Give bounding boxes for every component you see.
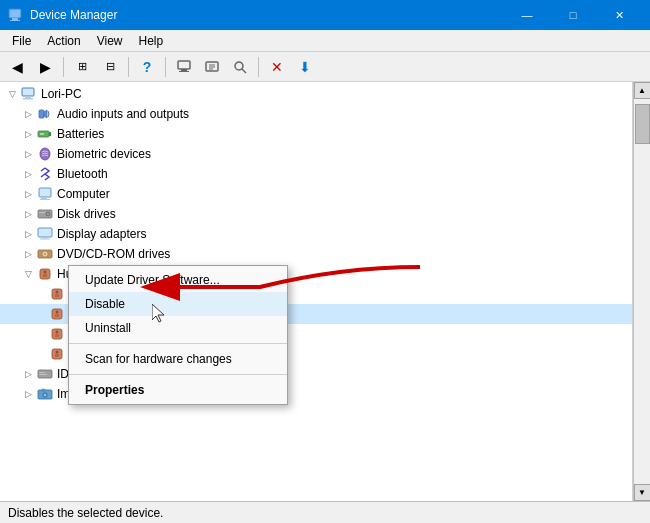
ctx-uninstall[interactable]: Uninstall (69, 316, 287, 340)
svg-point-26 (47, 213, 49, 215)
imaging-icon (36, 385, 54, 403)
batteries-label: Batteries (57, 127, 104, 141)
disk-icon (36, 205, 54, 223)
root-label: Lori-PC (41, 87, 82, 101)
root-expander: ▽ (4, 86, 20, 102)
svg-rect-18 (49, 132, 51, 136)
svg-rect-12 (22, 88, 34, 96)
svg-rect-50 (39, 372, 45, 373)
scroll-thumb[interactable] (635, 104, 650, 144)
toolbar-delete[interactable]: ✕ (264, 55, 290, 79)
disk-label: Disk drives (57, 207, 116, 221)
svg-rect-45 (55, 334, 59, 337)
menu-help[interactable]: Help (131, 30, 172, 52)
svg-point-44 (56, 331, 59, 334)
computer-expander: ▷ (20, 186, 36, 202)
svg-rect-5 (179, 71, 189, 72)
close-button[interactable]: ✕ (596, 0, 642, 30)
ctx-update[interactable]: Update Driver Software... (69, 268, 287, 292)
display-label: Display adapters (57, 227, 146, 241)
svg-rect-13 (25, 96, 31, 98)
tree-root[interactable]: ▽ Lori-PC (0, 84, 632, 104)
minimize-button[interactable]: — (504, 0, 550, 30)
svg-point-35 (44, 271, 47, 274)
batteries-expander: ▷ (20, 126, 36, 142)
svg-rect-3 (178, 61, 190, 69)
scroll-track[interactable] (634, 99, 651, 484)
title-bar: Device Manager — □ ✕ (0, 0, 650, 30)
dvd-expander: ▷ (20, 246, 36, 262)
toolbar-download[interactable]: ⬇ (292, 55, 318, 79)
tree-item-biometric[interactable]: ▷ Biometric devices (0, 144, 632, 164)
tree-item-dvd[interactable]: ▷ DVD/CD-ROM drives (0, 244, 632, 264)
window-title: Device Manager (30, 8, 504, 22)
tree-item-computer[interactable]: ▷ Computer (0, 184, 632, 204)
svg-line-11 (242, 69, 246, 73)
tree-item-display[interactable]: ▷ Display adapters (0, 224, 632, 244)
svg-rect-30 (40, 239, 50, 240)
menu-bar: File Action View Help (0, 30, 650, 52)
toolbar: ◀ ▶ ⊞ ⊟ ? ✕ ⬇ (0, 52, 650, 82)
biometric-icon (36, 145, 54, 163)
scroll-up[interactable]: ▲ (634, 82, 651, 99)
display-icon (36, 225, 54, 243)
audio-expander: ▷ (20, 106, 36, 122)
ctx-properties[interactable]: Properties (69, 378, 287, 402)
toolbar-btn1[interactable]: ⊞ (69, 55, 95, 79)
disk-expander: ▷ (20, 206, 36, 222)
scroll-down[interactable]: ▼ (634, 484, 651, 501)
svg-rect-27 (39, 212, 45, 213)
imaging-expander: ▷ (20, 386, 36, 402)
tree-item-bluetooth[interactable]: ▷ Bluetooth (0, 164, 632, 184)
audio-label: Audio inputs and outputs (57, 107, 189, 121)
computer-label: Computer (57, 187, 110, 201)
toolbar-back[interactable]: ◀ (4, 55, 30, 79)
svg-rect-55 (42, 389, 45, 391)
svg-point-10 (235, 62, 243, 70)
svg-rect-4 (181, 69, 187, 71)
ctx-sep2 (69, 374, 287, 375)
toolbar-help[interactable]: ? (134, 55, 160, 79)
svg-rect-36 (43, 274, 47, 277)
svg-rect-39 (55, 294, 59, 297)
usb2-icon (48, 345, 66, 363)
biometric-label: Biometric devices (57, 147, 151, 161)
toolbar-forward[interactable]: ▶ (32, 55, 58, 79)
tree-item-disk[interactable]: ▷ Disk drives (0, 204, 632, 224)
toolbar-sep1 (63, 57, 64, 77)
menu-view[interactable]: View (89, 30, 131, 52)
status-text: Disables the selected device. (8, 506, 163, 520)
toolbar-btn2[interactable]: ⊟ (97, 55, 123, 79)
hid-consumer-expander (40, 286, 48, 302)
ide-icon (36, 365, 54, 383)
usb1-icon (48, 325, 66, 343)
svg-rect-51 (39, 374, 47, 375)
svg-rect-2 (10, 20, 20, 21)
svg-point-47 (56, 351, 59, 354)
svg-point-41 (56, 311, 59, 314)
svg-marker-16 (44, 110, 47, 118)
toolbar-btn4[interactable] (199, 55, 225, 79)
tree-item-audio[interactable]: ▷ Audio inputs and outputs (0, 104, 632, 124)
maximize-button[interactable]: □ (550, 0, 596, 30)
bluetooth-label: Bluetooth (57, 167, 108, 181)
svg-rect-14 (23, 98, 33, 100)
ctx-disable[interactable]: Disable (69, 292, 287, 316)
menu-action[interactable]: Action (39, 30, 88, 52)
toolbar-sep2 (128, 57, 129, 77)
svg-rect-48 (55, 354, 59, 357)
tree-item-batteries[interactable]: ▷ Batteries (0, 124, 632, 144)
toolbar-btn3[interactable] (171, 55, 197, 79)
toolbar-btn5[interactable] (227, 55, 253, 79)
ctx-scan[interactable]: Scan for hardware changes (69, 347, 287, 371)
scrollbar[interactable]: ▲ ▼ (633, 82, 650, 501)
hid-expander: ▽ (20, 266, 36, 282)
ide-expander: ▷ (20, 366, 36, 382)
hid-touch-icon (48, 305, 66, 323)
svg-rect-0 (9, 9, 21, 18)
menu-file[interactable]: File (4, 30, 39, 52)
ctx-sep1 (69, 343, 287, 344)
tree-panel: ▽ Lori-PC ▷ (0, 82, 633, 501)
svg-rect-21 (39, 188, 51, 197)
dvd-icon (36, 245, 54, 263)
